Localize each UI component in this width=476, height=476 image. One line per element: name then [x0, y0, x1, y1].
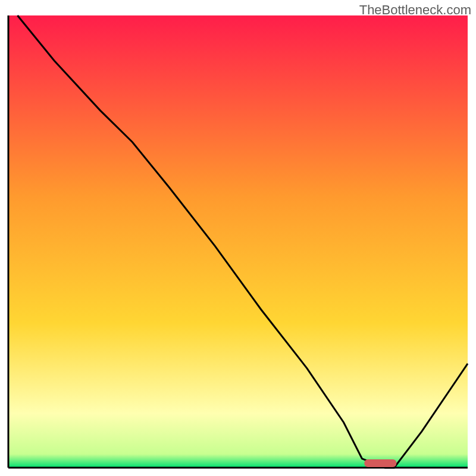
gradient-background: [8, 15, 468, 468]
watermark-label: TheBottleneck.com: [359, 2, 471, 18]
plot-svg: [0, 0, 476, 476]
optimal-marker: [364, 459, 396, 467]
bottleneck-chart: TheBottleneck.com: [0, 0, 476, 476]
